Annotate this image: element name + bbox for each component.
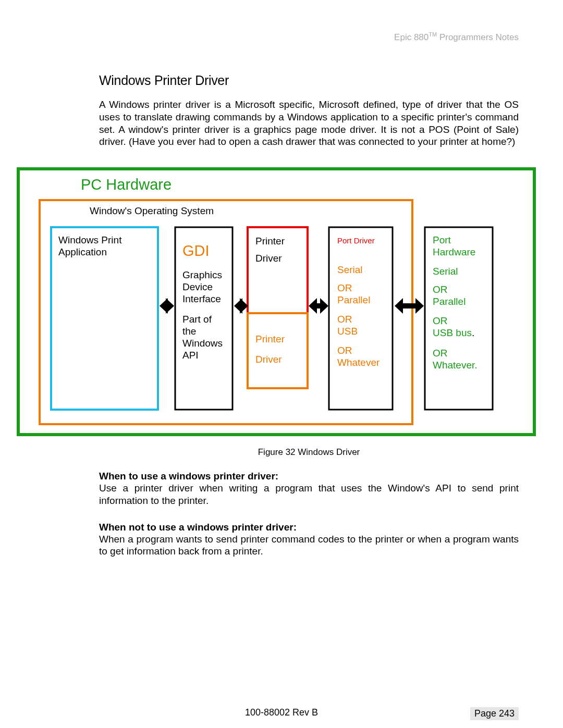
ph-l2: Hardware bbox=[433, 246, 475, 257]
svg-rect-8 bbox=[315, 303, 323, 309]
header-suffix: Programmers Notes bbox=[437, 32, 519, 42]
svg-rect-2 bbox=[164, 303, 170, 309]
ph-l7: USB bus. bbox=[433, 327, 474, 338]
header-right: Epic 880TM Programmers Notes bbox=[394, 31, 519, 43]
gdi-l1: Graphics bbox=[182, 269, 222, 280]
when-not-heading: When not to use a windows printer driver… bbox=[99, 522, 519, 533]
drv2-l1: Printer bbox=[255, 334, 285, 344]
gdi-l5: the bbox=[182, 326, 196, 337]
header-product: Epic 880 bbox=[394, 32, 429, 42]
when-use-paragraph: Use a printer driver when writing a prog… bbox=[99, 482, 519, 507]
windows-driver-diagram: PC Hardware Window's Operating System Wi… bbox=[16, 166, 537, 437]
when-not-paragraph: When a program wants to send printer com… bbox=[99, 533, 519, 558]
printer-driver-orange-box bbox=[248, 313, 308, 388]
pc-hardware-label: PC Hardware bbox=[81, 176, 172, 193]
double-arrow-icon bbox=[160, 298, 174, 314]
drv1-l1: Printer bbox=[255, 236, 285, 246]
pd-l2: OR bbox=[337, 282, 352, 293]
gdi-l3: Interface bbox=[182, 293, 221, 304]
pd-l6: OR bbox=[337, 345, 352, 356]
gdi-l7: API bbox=[182, 350, 199, 361]
section-title: Windows Printer Driver bbox=[99, 73, 519, 88]
ph-l1: Port bbox=[433, 235, 451, 245]
ph-l9: Whatever. bbox=[433, 360, 478, 371]
gdi-l6: Windows bbox=[182, 338, 223, 349]
figure-caption: Figure 32 Windows Driver bbox=[99, 447, 519, 458]
svg-rect-5 bbox=[239, 303, 245, 309]
footer-pagenum: Page 243 bbox=[470, 707, 519, 720]
pd-l4: OR bbox=[337, 314, 352, 325]
pd-l5: USB bbox=[337, 326, 358, 337]
pd-l3: Parallel bbox=[337, 294, 370, 305]
document-page: Epic 880TM Programmers Notes Windows Pri… bbox=[0, 0, 563, 728]
drv2-l2: Driver bbox=[255, 354, 282, 365]
ph-l4: OR bbox=[433, 284, 448, 295]
port-driver-title: Port Driver bbox=[337, 236, 375, 245]
double-arrow-icon bbox=[309, 298, 328, 314]
when-use-heading: When to use a windows printer driver: bbox=[99, 471, 519, 482]
ph-l5: Parallel bbox=[433, 296, 466, 307]
double-arrow-icon bbox=[395, 298, 424, 314]
svg-rect-11 bbox=[401, 303, 417, 309]
app-line2: Application bbox=[58, 246, 107, 257]
header-tm: TM bbox=[429, 31, 437, 38]
gdi-l2: Device bbox=[182, 281, 213, 292]
pd-l1: Serial bbox=[337, 264, 363, 275]
drv1-l2: Driver bbox=[255, 253, 282, 264]
ph-l6: OR bbox=[433, 315, 448, 326]
gdi-title: GDI bbox=[182, 242, 210, 259]
app-line1: Windows Print bbox=[58, 235, 122, 245]
windows-os-label: Window's Operating System bbox=[90, 205, 214, 216]
intro-paragraph: A Windows printer driver is a Microsoft … bbox=[99, 98, 519, 148]
gdi-l4: Part of bbox=[182, 314, 212, 325]
diagram-container: PC Hardware Window's Operating System Wi… bbox=[16, 166, 537, 439]
windows-os-box bbox=[40, 200, 412, 424]
ph-l8: OR bbox=[433, 348, 448, 359]
double-arrow-icon bbox=[234, 298, 248, 314]
pd-l7: Whatever bbox=[337, 357, 380, 368]
ph-l3: Serial bbox=[433, 266, 458, 277]
